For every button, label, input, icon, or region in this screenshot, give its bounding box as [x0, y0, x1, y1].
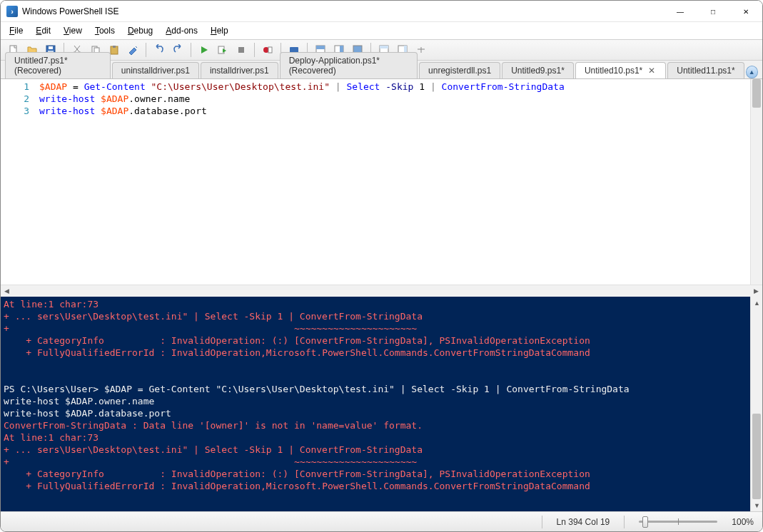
- window-title: Windows PowerShell ISE: [22, 6, 664, 16]
- scroll-down-arrow[interactable]: ▼: [751, 499, 762, 511]
- menu-debug[interactable]: Debug: [122, 24, 158, 37]
- code-area[interactable]: $ADAP = Get-Content "C:\Users\User\Deskt…: [34, 79, 750, 285]
- tab-label: Untitled11.ps1*: [677, 66, 734, 76]
- tab-label: Untitled7.ps1*(Recovered): [14, 56, 101, 76]
- close-button[interactable]: ✕: [729, 1, 762, 22]
- console-pane[interactable]: At line:1 char:73+ ... sers\User\Desktop…: [1, 297, 750, 511]
- window-titlebar: Windows PowerShell ISE — □ ✕: [1, 1, 762, 22]
- tab-label: uninstalldriver.ps1: [121, 66, 190, 76]
- editor-vertical-scrollbar[interactable]: [750, 79, 762, 285]
- window-controls: — □ ✕: [664, 1, 762, 21]
- tab-label: unregisterdll.ps1: [428, 66, 491, 76]
- tab-4[interactable]: unregisterdll.ps1: [419, 62, 500, 78]
- menu-edit[interactable]: Edit: [30, 24, 56, 37]
- tab-label: Deploy-Application.ps1*(Recovered): [289, 56, 408, 76]
- statusbar: Ln 394 Col 19 100%: [1, 511, 762, 531]
- svg-rect-22: [380, 46, 388, 48]
- collapse-script-pane-button[interactable]: ▲: [746, 66, 758, 78]
- svg-rect-9: [113, 46, 116, 48]
- menu-file[interactable]: File: [4, 24, 29, 37]
- menu-help[interactable]: Help: [205, 24, 234, 37]
- tab-2[interactable]: installdriver.ps1: [201, 62, 278, 78]
- scroll-thumb[interactable]: [752, 79, 761, 108]
- menu-addons[interactable]: Add-ons: [160, 24, 203, 37]
- tab-close-button[interactable]: ✕: [647, 66, 657, 76]
- tab-3[interactable]: Deploy-Application.ps1*(Recovered): [280, 52, 418, 78]
- menu-view[interactable]: View: [58, 24, 88, 37]
- svg-rect-17: [316, 46, 325, 49]
- tab-0[interactable]: Untitled7.ps1*(Recovered): [5, 52, 111, 78]
- tab-7[interactable]: Untitled11.ps1*: [667, 62, 744, 78]
- zoom-percent: 100%: [732, 517, 754, 527]
- tab-label: Untitled10.ps1*: [585, 66, 642, 76]
- zoom-handle[interactable]: [642, 516, 648, 528]
- menubar: File Edit View Tools Debug Add-ons Help: [1, 22, 762, 39]
- console-pane-wrap: At line:1 char:73+ ... sers\User\Desktop…: [1, 297, 762, 511]
- maximize-button[interactable]: □: [697, 1, 729, 22]
- line-gutter: 123: [1, 79, 34, 285]
- app-icon: [6, 6, 18, 17]
- tab-1[interactable]: uninstalldriver.ps1: [112, 62, 199, 78]
- scroll-track[interactable]: [13, 285, 750, 297]
- tab-strip: Untitled7.ps1*(Recovered)uninstalldriver…: [1, 61, 762, 79]
- scroll-up-arrow[interactable]: ▲: [751, 297, 762, 309]
- menu-tools[interactable]: Tools: [89, 24, 121, 37]
- zoom-slider[interactable]: [639, 516, 717, 528]
- scroll-thumb[interactable]: [752, 414, 761, 499]
- console-vertical-scrollbar[interactable]: ▲ ▼: [750, 297, 762, 511]
- tab-label: installdriver.ps1: [210, 66, 269, 76]
- cursor-position: Ln 394 Col 19: [557, 517, 610, 527]
- scroll-right-arrow[interactable]: ▶: [750, 285, 762, 297]
- editor-horizontal-scrollbar[interactable]: ◀ ▶: [1, 285, 762, 297]
- tab-label: Untitled9.ps1*: [511, 66, 565, 76]
- tab-5[interactable]: Untitled9.ps1*: [502, 62, 574, 78]
- minimize-button[interactable]: —: [664, 1, 697, 22]
- script-editor[interactable]: 123 $ADAP = Get-Content "C:\Users\User\D…: [1, 79, 762, 285]
- svg-rect-2: [49, 46, 53, 49]
- scroll-left-arrow[interactable]: ◀: [1, 285, 13, 297]
- tab-6[interactable]: Untitled10.ps1*✕: [575, 62, 666, 78]
